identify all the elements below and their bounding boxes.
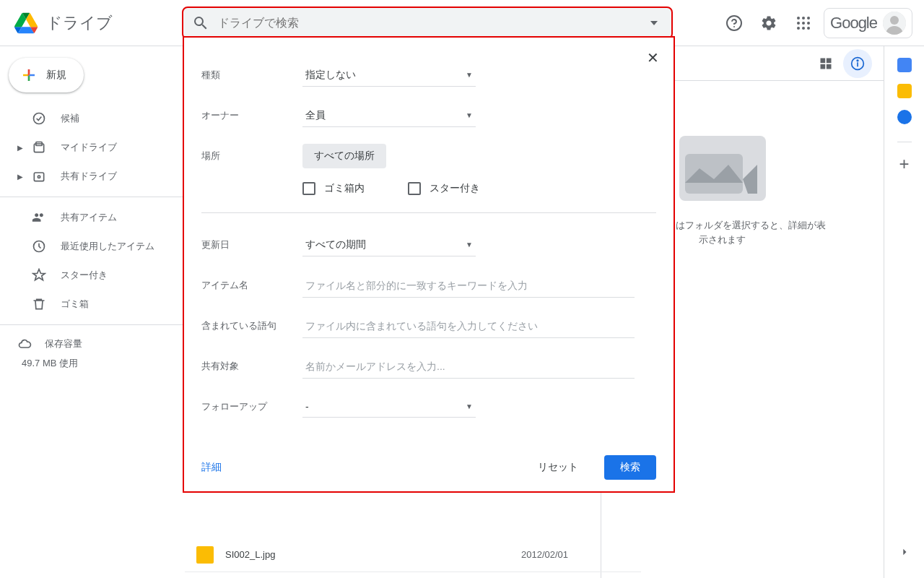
chevron-right-icon[interactable]: ▶ bbox=[17, 173, 26, 181]
new-button-label: 新規 bbox=[46, 69, 66, 82]
drive-logo-icon bbox=[12, 9, 40, 38]
apps-icon[interactable] bbox=[789, 9, 818, 38]
chevron-down-icon: ▼ bbox=[466, 71, 473, 79]
sidebar: 新規 候補 ▶ マイドライブ ▶ 共有ドライブ 共有アイテム 最近使用したアイテ… bbox=[0, 46, 185, 578]
svg-point-12 bbox=[890, 16, 899, 25]
sidebar-item-mydrive[interactable]: ▶ マイドライブ bbox=[0, 133, 185, 162]
info-icon[interactable] bbox=[843, 49, 872, 78]
cloud-icon bbox=[17, 337, 32, 351]
account-switcher[interactable]: Google bbox=[824, 8, 912, 38]
file-date: 2012/02/01 bbox=[521, 549, 629, 560]
sidebar-item-label: 共有アイテム bbox=[61, 211, 117, 224]
svg-point-2 bbox=[797, 17, 800, 20]
calendar-icon[interactable] bbox=[897, 58, 912, 72]
sidebar-item-trash[interactable]: ゴミ箱 bbox=[0, 290, 185, 319]
search-input[interactable] bbox=[218, 17, 637, 30]
people-icon bbox=[30, 210, 48, 225]
search-bar bbox=[182, 7, 673, 40]
svg-point-8 bbox=[797, 27, 800, 30]
settings-icon[interactable] bbox=[754, 9, 783, 38]
svg-rect-13 bbox=[34, 113, 45, 124]
collapse-rail-icon[interactable] bbox=[890, 538, 919, 566]
words-input[interactable] bbox=[302, 314, 635, 338]
svg-point-17 bbox=[38, 176, 40, 178]
chevron-down-icon: ▼ bbox=[466, 111, 473, 119]
sidebar-item-label: 共有ドライブ bbox=[61, 170, 117, 183]
storage-usage: 49.7 MB 使用 bbox=[22, 357, 167, 370]
storage-label: 保存容量 bbox=[45, 337, 82, 350]
grid-view-icon[interactable] bbox=[811, 49, 840, 78]
owner-select[interactable]: 全員▼ bbox=[302, 105, 476, 127]
google-logo-text: Google bbox=[830, 14, 877, 33]
location-label: 場所 bbox=[201, 150, 302, 163]
trash-checkbox[interactable]: ゴミ箱内 bbox=[302, 182, 365, 195]
location-chip[interactable]: すべての場所 bbox=[302, 144, 386, 168]
svg-rect-19 bbox=[821, 58, 826, 63]
chevron-down-icon: ▼ bbox=[466, 402, 473, 410]
file-list: SI002_L.jpg 2012/02/01 SI001_L.jpg 2012/… bbox=[185, 538, 641, 578]
check-square-icon bbox=[30, 111, 48, 126]
file-row[interactable]: SI002_L.jpg 2012/02/01 bbox=[185, 538, 641, 572]
owner-label: オーナー bbox=[201, 109, 302, 122]
chevron-down-icon: ▼ bbox=[466, 241, 473, 249]
type-select[interactable]: 指定しない▼ bbox=[302, 64, 476, 87]
sidebar-item-label: 候補 bbox=[61, 112, 79, 125]
svg-point-10 bbox=[807, 27, 810, 30]
reset-button[interactable]: リセット bbox=[523, 455, 593, 480]
words-label: 含まれている語句 bbox=[201, 319, 302, 332]
help-icon[interactable] bbox=[720, 9, 749, 38]
itemname-label: アイテム名 bbox=[201, 279, 302, 292]
details-placeholder-icon bbox=[679, 136, 766, 201]
svg-rect-22 bbox=[827, 64, 832, 69]
sidebar-item-shared[interactable]: 共有アイテム bbox=[0, 203, 185, 232]
search-icon[interactable] bbox=[183, 14, 218, 32]
sidebar-item-label: マイドライブ bbox=[61, 141, 117, 154]
svg-rect-21 bbox=[821, 64, 826, 69]
new-button[interactable]: 新規 bbox=[9, 58, 84, 92]
svg-rect-20 bbox=[827, 58, 832, 63]
sidebar-item-shareddrives[interactable]: ▶ 共有ドライブ bbox=[0, 162, 185, 191]
sidebar-item-label: ゴミ箱 bbox=[61, 298, 89, 311]
shareddrives-icon bbox=[30, 169, 48, 184]
shared-input[interactable] bbox=[302, 355, 635, 379]
followup-label: フォローアップ bbox=[201, 400, 302, 413]
file-thumb-icon bbox=[196, 546, 214, 564]
plus-icon bbox=[20, 66, 38, 84]
clock-icon bbox=[30, 239, 48, 254]
sidebar-item-label: 最近使用したアイテム bbox=[61, 240, 154, 253]
chevron-right-icon[interactable]: ▶ bbox=[17, 144, 26, 152]
starred-checkbox[interactable]: スター付き bbox=[408, 182, 480, 195]
followup-select[interactable]: -▼ bbox=[302, 397, 476, 418]
tasks-icon[interactable] bbox=[897, 110, 912, 124]
logo-area[interactable]: ドライブ bbox=[12, 9, 182, 38]
file-row[interactable]: SI001_L.jpg 2012/02/01 bbox=[185, 572, 641, 578]
header-actions: Google bbox=[720, 8, 912, 38]
svg-point-25 bbox=[857, 60, 858, 61]
search-button[interactable]: 検索 bbox=[604, 455, 656, 480]
avatar bbox=[883, 12, 906, 35]
search-options-dropdown[interactable] bbox=[637, 21, 671, 25]
close-icon[interactable]: ✕ bbox=[647, 49, 659, 66]
itemname-input[interactable] bbox=[302, 274, 635, 298]
mydrive-icon bbox=[30, 140, 48, 155]
storage-section[interactable]: 保存容量 49.7 MB 使用 bbox=[0, 331, 185, 376]
svg-point-7 bbox=[807, 22, 810, 25]
sidebar-item-recent[interactable]: 最近使用したアイテム bbox=[0, 232, 185, 261]
star-icon bbox=[30, 268, 48, 282]
svg-point-4 bbox=[807, 17, 810, 20]
checkbox-icon bbox=[302, 182, 315, 195]
addons-plus-icon[interactable]: + bbox=[899, 154, 909, 174]
svg-point-5 bbox=[797, 22, 800, 25]
svg-point-6 bbox=[802, 22, 805, 25]
details-link[interactable]: 詳細 bbox=[201, 461, 222, 474]
sidebar-item-suggestions[interactable]: 候補 bbox=[0, 104, 185, 133]
type-label: 種類 bbox=[201, 69, 302, 82]
checkbox-icon bbox=[408, 182, 421, 195]
sidebar-item-label: スター付き bbox=[61, 269, 108, 282]
sidebar-item-starred[interactable]: スター付き bbox=[0, 261, 185, 290]
svg-point-1 bbox=[733, 26, 735, 27]
side-rail: + bbox=[884, 46, 924, 578]
modified-select[interactable]: すべての期間▼ bbox=[302, 234, 476, 256]
svg-point-3 bbox=[802, 17, 805, 20]
keep-icon[interactable] bbox=[897, 84, 912, 98]
